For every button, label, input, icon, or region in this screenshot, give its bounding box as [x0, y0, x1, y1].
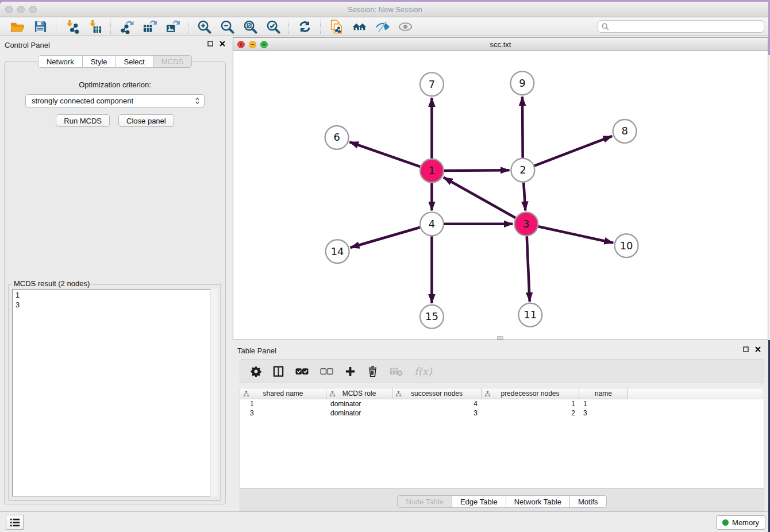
node-9[interactable]: 9 — [510, 71, 534, 95]
task-history-button[interactable] — [6, 515, 24, 530]
table-cell[interactable]: 1 — [240, 400, 326, 408]
hide-graphics-details-button[interactable] — [371, 18, 394, 34]
table-cell[interactable]: dominator — [326, 409, 392, 417]
create-column-button[interactable] — [345, 366, 356, 377]
table-cell[interactable]: 1 — [579, 400, 628, 408]
zoom-out-button[interactable] — [215, 18, 238, 34]
table-cell[interactable]: 2 — [482, 409, 579, 417]
deselect-all-rows-button[interactable] — [320, 366, 333, 377]
toolbar-separator — [188, 20, 188, 34]
zoom-fit-button[interactable] — [238, 18, 261, 34]
table-row[interactable]: 3dominator323 — [240, 408, 764, 418]
table-panel-header: Table Panel — [233, 342, 770, 357]
run-mcds-button[interactable]: Run MCDS — [56, 114, 110, 127]
column-header-predecessor-nodes[interactable]: predecessor nodes — [482, 388, 579, 399]
zoom-fit-icon — [243, 20, 257, 34]
uncheck-pair-icon — [320, 366, 333, 377]
export-network-button[interactable] — [115, 18, 138, 34]
zoom-in-button[interactable] — [192, 18, 215, 34]
export-image-button[interactable] — [161, 18, 184, 34]
edge-3-11[interactable] — [527, 236, 530, 302]
column-header-shared-name[interactable]: shared name — [240, 388, 326, 399]
canvas-scroll-grip[interactable] — [497, 336, 503, 340]
mcds-result-scrollbar[interactable] — [210, 289, 218, 496]
column-header-label: shared name — [263, 390, 303, 398]
edge-2-9[interactable] — [522, 97, 523, 158]
mcds-result-list[interactable]: 13 — [12, 289, 218, 496]
column-header-name[interactable]: name — [579, 388, 628, 399]
optimization-criterion-select[interactable]: strongly connected component — [25, 94, 205, 107]
memory-button[interactable]: Memory — [716, 515, 765, 530]
node-1[interactable]: 1 — [420, 159, 444, 183]
tab-network[interactable]: Network — [38, 55, 83, 68]
edge-1-2[interactable] — [444, 170, 510, 171]
search-input[interactable] — [612, 22, 760, 32]
save-session-button[interactable] — [29, 18, 52, 34]
column-header-label: MCDS role — [342, 390, 376, 398]
node-3[interactable]: 3 — [514, 212, 538, 236]
column-header-successor-nodes[interactable]: successor nodes — [392, 388, 482, 399]
tab-node-table[interactable]: Node Table — [397, 495, 452, 508]
node-4[interactable]: 4 — [420, 212, 444, 236]
network-graph[interactable]: 7968124314101511 — [233, 52, 768, 340]
select-all-rows-button[interactable] — [295, 366, 309, 377]
tab-select[interactable]: Select — [116, 55, 153, 68]
control-panel-title: Control Panel — [0, 36, 230, 49]
check-pair-icon — [295, 366, 309, 377]
table-cell[interactable]: 3 — [392, 409, 482, 417]
edge-2-3[interactable] — [523, 183, 525, 211]
import-network-button[interactable] — [60, 18, 83, 34]
duplicate-network-button[interactable] — [325, 18, 348, 34]
table-x-icon — [390, 366, 403, 377]
node-2[interactable]: 2 — [511, 159, 534, 182]
tab-mcds[interactable]: MCDS — [153, 55, 192, 68]
network-window-title: scc.txt — [233, 40, 768, 49]
close-table-panel-icon[interactable] — [755, 346, 761, 352]
toolbar-separator — [320, 20, 321, 34]
delete-table-button — [390, 366, 403, 377]
zoom-selected-button[interactable] — [261, 18, 284, 34]
edge-3-1[interactable] — [444, 178, 515, 218]
first-neighbors-button[interactable] — [348, 18, 371, 34]
float-table-panel-icon[interactable] — [743, 346, 749, 352]
network-window: x – + scc.txt 7968124314101511 — [233, 37, 768, 340]
open-session-button[interactable] — [6, 18, 29, 34]
tab-style[interactable]: Style — [83, 55, 116, 68]
edge-1-6[interactable] — [349, 142, 420, 167]
tab-edge-table[interactable]: Edge Table — [452, 495, 506, 508]
network-canvas[interactable]: 7968124314101511 — [233, 52, 768, 340]
column-header-mcds-role[interactable]: MCDS role — [326, 388, 392, 399]
tab-motifs[interactable]: Motifs — [570, 495, 607, 508]
edge-4-14[interactable] — [351, 228, 420, 248]
main-toolbar — [0, 18, 770, 36]
refresh-view-button[interactable] — [293, 18, 316, 34]
float-panel-icon[interactable] — [207, 41, 213, 47]
import-table-button[interactable] — [83, 18, 106, 34]
table-cell[interactable]: 4 — [392, 400, 482, 408]
node-11[interactable]: 11 — [518, 303, 542, 327]
table-cell[interactable]: dominator — [326, 400, 392, 408]
node-8[interactable]: 8 — [613, 119, 637, 143]
table-cell[interactable]: 3 — [579, 409, 628, 417]
node-6[interactable]: 6 — [325, 126, 349, 149]
close-panel-button[interactable]: Close panel — [118, 114, 174, 127]
toggle-column-view-button[interactable] — [273, 366, 284, 377]
table-cell[interactable]: 3 — [240, 409, 326, 417]
node-7[interactable]: 7 — [420, 72, 444, 96]
edge-2-8[interactable] — [534, 136, 612, 166]
search-box[interactable] — [598, 20, 764, 33]
delete-columns-button[interactable] — [367, 366, 378, 377]
window-title: Session: New Session — [0, 5, 770, 14]
table-row[interactable]: 1dominator411 — [240, 399, 764, 408]
node-15[interactable]: 15 — [420, 305, 444, 329]
export-table-button[interactable] — [138, 18, 161, 34]
edge-3-10[interactable] — [538, 226, 614, 242]
table-panel: Table Panel f(x) shared nameMCDS rolesuc… — [233, 342, 770, 511]
close-panel-icon[interactable] — [220, 41, 225, 47]
node-14[interactable]: 14 — [326, 240, 349, 263]
column-tree-icon — [395, 391, 402, 397]
table-cell[interactable]: 1 — [482, 400, 579, 408]
node-10[interactable]: 10 — [615, 234, 638, 257]
table-settings-button[interactable] — [251, 366, 261, 377]
tab-network-table[interactable]: Network Table — [506, 495, 570, 508]
